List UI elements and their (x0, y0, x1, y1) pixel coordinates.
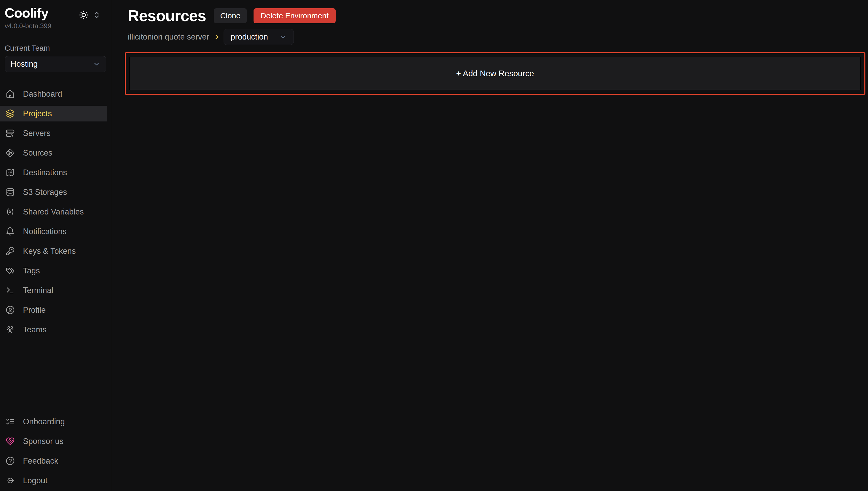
map-icon (6, 168, 15, 177)
layers-icon (6, 109, 15, 118)
sidebar-item-label: Sources (23, 148, 53, 157)
sidebar-item-label: S3 Storages (23, 187, 67, 197)
sidebar-item-terminal[interactable]: Terminal (0, 283, 107, 298)
sidebar-item-label: Projects (23, 109, 52, 118)
sidebar-item-profile[interactable]: Profile (0, 302, 107, 318)
sidebar-item-label: Teams (23, 325, 46, 335)
bell-icon (6, 227, 15, 236)
key-icon (6, 247, 15, 256)
sidebar-item-label: Feedback (23, 456, 58, 466)
tags-icon (6, 266, 15, 275)
sidebar-item-label: Keys & Tokens (23, 247, 75, 256)
breadcrumb-project-link[interactable]: illicitonion quote server (128, 32, 209, 41)
sidebar-item-servers[interactable]: Servers (0, 125, 107, 141)
breadcrumb: illicitonion quote server production (128, 29, 865, 45)
git-source-icon (6, 148, 15, 157)
log-out-icon (6, 476, 15, 485)
sidebar-item-sources[interactable]: Sources (0, 145, 107, 161)
sidebar-nav: Dashboard Projects Servers Sources Desti (0, 86, 111, 338)
sidebar-item-onboarding[interactable]: Onboarding (0, 414, 107, 430)
terminal-icon (6, 286, 15, 295)
sidebar-item-label: Onboarding (23, 417, 65, 426)
sidebar-spacer (0, 338, 111, 414)
current-team-label: Current Team (0, 44, 111, 53)
sidebar-item-notifications[interactable]: Notifications (0, 224, 107, 239)
sidebar: Coolify v4.0.0-beta.399 Current Team Hos… (0, 0, 111, 491)
add-resource-highlight-box: + Add New Resource (125, 52, 865, 95)
home-icon (6, 89, 15, 98)
heart-handshake-icon (6, 437, 15, 446)
team-select-value: Hosting (10, 59, 38, 69)
sidebar-item-label: Destinations (23, 168, 67, 177)
sidebar-item-label: Tags (23, 266, 40, 276)
logo-row: Coolify (0, 0, 111, 21)
chevrons-up-down-icon[interactable] (93, 11, 101, 19)
sidebar-item-s3-storages[interactable]: S3 Storages (0, 184, 107, 200)
top-icons (79, 10, 101, 20)
sidebar-item-teams[interactable]: Teams (0, 322, 107, 338)
sidebar-item-shared-variables[interactable]: Shared Variables (0, 204, 107, 220)
sidebar-item-label: Sponsor us (23, 437, 63, 446)
sidebar-item-keys-tokens[interactable]: Keys & Tokens (0, 243, 107, 259)
help-circle-icon (6, 456, 15, 465)
delete-environment-button[interactable]: Delete Environment (253, 8, 335, 23)
chevron-down-icon (279, 33, 287, 41)
page-header: Resources Clone Delete Environment (128, 7, 865, 25)
app-version: v4.0.0-beta.399 (0, 22, 111, 30)
sidebar-item-label: Profile (23, 306, 46, 315)
user-circle-icon (6, 306, 15, 315)
sidebar-item-label: Logout (23, 476, 48, 485)
database-icon (6, 187, 15, 197)
sidebar-item-destinations[interactable]: Destinations (0, 165, 107, 180)
app-logo: Coolify (5, 6, 48, 21)
add-new-resource-label: + Add New Resource (456, 69, 534, 78)
sidebar-item-label: Servers (23, 129, 51, 138)
users-icon (6, 325, 15, 334)
sidebar-item-label: Terminal (23, 286, 53, 295)
sidebar-item-logout[interactable]: Logout (0, 473, 107, 488)
sidebar-item-sponsor-us[interactable]: Sponsor us (0, 433, 107, 449)
sidebar-item-tags[interactable]: Tags (0, 263, 107, 279)
main-content: Resources Clone Delete Environment illic… (112, 0, 868, 95)
sidebar-footer: Onboarding Sponsor us Feedback Logout (0, 414, 111, 488)
chevron-right-icon (213, 33, 220, 40)
chevron-down-icon (93, 60, 100, 68)
variables-icon (6, 207, 15, 216)
environment-select-value: production (230, 32, 268, 41)
theme-sun-icon[interactable] (79, 10, 89, 20)
sidebar-item-label: Shared Variables (23, 207, 84, 216)
sidebar-item-label: Dashboard (23, 89, 62, 99)
sidebar-item-label: Notifications (23, 227, 67, 236)
sidebar-item-dashboard[interactable]: Dashboard (0, 86, 107, 102)
clone-button[interactable]: Clone (214, 8, 247, 23)
server-icon (6, 129, 15, 138)
list-checks-icon (6, 417, 15, 426)
sidebar-item-feedback[interactable]: Feedback (0, 453, 107, 469)
add-new-resource-button[interactable]: + Add New Resource (129, 57, 861, 90)
sidebar-item-projects[interactable]: Projects (0, 106, 107, 121)
page-title: Resources (128, 7, 206, 25)
environment-select[interactable]: production (224, 29, 294, 45)
team-select[interactable]: Hosting (5, 56, 106, 72)
